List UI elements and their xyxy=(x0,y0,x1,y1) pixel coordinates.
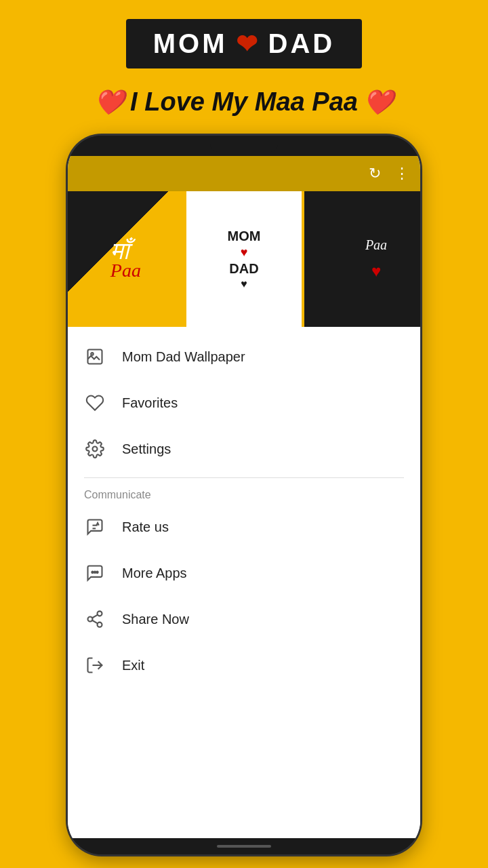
menu-item-exit[interactable]: Exit xyxy=(68,642,420,688)
exit-icon xyxy=(84,654,106,676)
subtitle-heart-right: ❤️ xyxy=(363,88,394,117)
wp2-mom: MOM xyxy=(228,229,261,244)
phone-screen: ↻ ⋮ माँ Paa MOM ♥ DAD ♥ MOM xyxy=(68,156,420,838)
menu-item-share[interactable]: Share Now xyxy=(68,596,420,642)
menu-label-more-apps: More Apps xyxy=(122,566,187,581)
header-bar: ↻ ⋮ xyxy=(68,156,420,191)
svg-point-1 xyxy=(91,353,94,355)
svg-line-11 xyxy=(92,620,98,624)
svg-point-2 xyxy=(93,447,98,452)
phone-bottom-bar xyxy=(68,838,420,854)
menu-label-settings: Settings xyxy=(122,441,171,457)
svg-point-8 xyxy=(98,611,102,616)
menu-item-wallpaper[interactable]: Mom Dad Wallpaper xyxy=(68,334,420,380)
banner-prefix: MOM xyxy=(153,28,228,59)
heart-icon xyxy=(84,392,106,414)
banner-text: MOM ❤ DAD xyxy=(153,28,335,59)
wp2-heart-red: ♥ xyxy=(241,245,248,260)
svg-point-9 xyxy=(88,617,93,622)
menu-divider xyxy=(84,477,404,478)
subtitle: ❤️ I Love My Maa Paa ❤️ xyxy=(94,87,394,117)
svg-line-12 xyxy=(92,615,98,618)
menu-item-settings[interactable]: Settings xyxy=(68,426,420,472)
rate-icon xyxy=(84,516,106,538)
svg-point-7 xyxy=(96,572,98,573)
svg-point-6 xyxy=(94,572,96,573)
top-banner: MOM ❤ DAD xyxy=(126,19,362,68)
menu-label-share: Share Now xyxy=(122,612,189,627)
wallpaper-icon xyxy=(84,346,106,368)
right-overlay: Paa ♥ xyxy=(332,191,420,327)
drawer-menu: Mom Dad Wallpaper Favorites xyxy=(68,327,420,838)
phone-frame: ↻ ⋮ माँ Paa MOM ♥ DAD ♥ MOM xyxy=(68,136,420,854)
wp2-dad: DAD xyxy=(229,261,258,277)
svg-point-10 xyxy=(98,623,102,627)
wallpaper-thumb-2[interactable]: MOM ♥ DAD ♥ xyxy=(184,191,305,327)
wallpaper-thumb-1[interactable]: माँ Paa xyxy=(68,191,184,327)
share-icon xyxy=(84,608,106,630)
communicate-section-title: Communicate xyxy=(68,484,420,504)
wallpaper-strip: माँ Paa MOM ♥ DAD ♥ MOM ♥ DAD xyxy=(68,191,420,327)
overlay-figure: Paa ♥ xyxy=(365,236,387,281)
home-indicator xyxy=(217,845,271,848)
more-apps-icon xyxy=(84,562,106,584)
wp2-heart-black: ♥ xyxy=(241,278,247,290)
subtitle-text: I Love My Maa Paa xyxy=(130,87,358,117)
phone-notch xyxy=(210,140,278,152)
menu-label-favorites: Favorites xyxy=(122,395,178,411)
more-options-icon[interactable]: ⋮ xyxy=(394,165,409,182)
menu-item-more-apps[interactable]: More Apps xyxy=(68,550,420,596)
menu-label-wallpaper: Mom Dad Wallpaper xyxy=(122,349,245,365)
subtitle-heart-left: ❤️ xyxy=(94,88,125,117)
phone-notch-bar xyxy=(68,136,420,156)
menu-item-rate[interactable]: Rate us xyxy=(68,504,420,550)
refresh-icon[interactable]: ↻ xyxy=(369,165,381,182)
menu-label-exit: Exit xyxy=(122,658,144,673)
gear-icon xyxy=(84,438,106,460)
menu-item-favorites[interactable]: Favorites xyxy=(68,380,420,426)
banner-suffix: DAD xyxy=(268,28,336,59)
banner-heart: ❤ xyxy=(236,29,260,59)
svg-point-5 xyxy=(92,572,93,573)
menu-label-rate: Rate us xyxy=(122,519,169,535)
wp1-paa: Paa xyxy=(110,260,141,281)
